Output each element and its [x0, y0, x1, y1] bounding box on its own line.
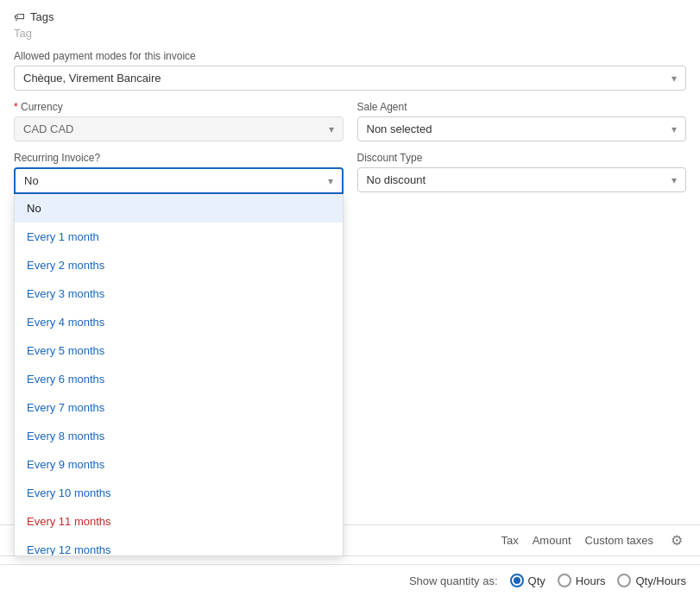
tag-input[interactable]: Tag [14, 27, 686, 40]
sale-agent-field-group: Sale Agent Non selected ▾ [357, 101, 687, 141]
radio-group: QtyHoursQty/Hours [510, 574, 686, 587]
show-quantity-bar: Show quantity as: QtyHoursQty/Hours [0, 564, 700, 596]
dropdown-item[interactable]: Every 5 months [15, 336, 343, 365]
currency-agent-row: Currency CAD CAD ▾ Sale Agent Non select… [14, 101, 686, 141]
radio-circle-qty_hours [617, 574, 631, 587]
recurring-invoice-value: No [24, 174, 39, 187]
show-quantity-label: Show quantity as: [409, 574, 498, 587]
recurring-invoice-label: Recurring Invoice? [14, 152, 344, 164]
sale-agent-chevron: ▾ [672, 123, 677, 135]
discount-type-label: Discount Type [357, 152, 687, 164]
dropdown-item[interactable]: Every 9 months [15, 450, 343, 479]
tax-header: Tax [501, 534, 518, 547]
dropdown-item[interactable]: Every 10 months [15, 479, 343, 507]
radio-option-hours[interactable]: Hours [558, 574, 606, 587]
sale-agent-label: Sale Agent [357, 101, 687, 113]
radio-label-qty: Qty [528, 574, 545, 587]
sale-agent-select[interactable]: Non selected ▾ [357, 116, 687, 141]
amount-header: Amount [533, 534, 571, 547]
payment-modes-select[interactable]: Chèque, Virement Bancaire ▾ [14, 66, 686, 91]
radio-option-qty[interactable]: Qty [510, 574, 545, 587]
dropdown-item[interactable]: Every 8 months [15, 422, 343, 450]
dropdown-item[interactable]: Every 11 months [15, 507, 343, 536]
dropdown-item[interactable]: Every 6 months [15, 365, 343, 393]
recurring-invoice-select[interactable]: No ▾ [14, 167, 344, 194]
dropdown-item[interactable]: Every 4 months [15, 308, 343, 336]
tags-heading: Tags [30, 10, 54, 23]
radio-circle-hours [558, 574, 571, 587]
radio-label-hours: Hours [576, 574, 606, 587]
gear-button[interactable]: ⚙ [667, 532, 686, 549]
custom-taxes-header: Custom taxes [585, 534, 653, 547]
recurring-discount-row: Recurring Invoice? No ▾ NoEvery 1 monthE… [14, 152, 686, 194]
dropdown-item[interactable]: Every 2 months [15, 251, 343, 279]
tag-placeholder: Tag [14, 27, 32, 40]
currency-field-group: Currency CAD CAD ▾ [14, 101, 344, 141]
radio-option-qty_hours[interactable]: Qty/Hours [617, 574, 686, 587]
dropdown-item[interactable]: Every 12 months [15, 536, 343, 556]
recurring-invoice-chevron: ▾ [328, 175, 333, 187]
discount-type-select[interactable]: No discount ▾ [357, 167, 687, 192]
dropdown-item[interactable]: Every 3 months [15, 279, 343, 308]
radio-label-qty_hours: Qty/Hours [635, 574, 686, 587]
tag-icon: 🏷 [14, 10, 25, 23]
dropdown-item[interactable]: Every 1 month [15, 223, 343, 251]
discount-type-field-group: Discount Type No discount ▾ [357, 152, 687, 192]
discount-type-value: No discount [367, 173, 426, 186]
payment-modes-chevron: ▾ [672, 72, 677, 85]
tags-title: 🏷 Tags [14, 10, 686, 23]
discount-type-chevron: ▾ [672, 174, 677, 186]
currency-chevron: ▾ [329, 123, 334, 135]
recurring-dropdown-menu: NoEvery 1 monthEvery 2 monthsEvery 3 mon… [14, 194, 344, 556]
currency-label: Currency [14, 101, 344, 113]
sale-agent-value: Non selected [367, 122, 432, 135]
dropdown-item[interactable]: Every 7 months [15, 393, 343, 422]
tags-section: 🏷 Tags Tag [14, 10, 686, 40]
currency-select[interactable]: CAD CAD ▾ [14, 116, 344, 141]
dropdown-item[interactable]: No [15, 194, 343, 223]
currency-value: CAD CAD [23, 122, 74, 135]
payment-modes-label: Allowed payment modes for this invoice [14, 50, 686, 62]
recurring-invoice-field-group: Recurring Invoice? No ▾ NoEvery 1 monthE… [14, 152, 344, 194]
radio-circle-qty [510, 574, 524, 587]
payment-modes-value: Chèque, Virement Bancaire [23, 72, 161, 85]
payment-modes-section: Allowed payment modes for this invoice C… [14, 50, 686, 91]
